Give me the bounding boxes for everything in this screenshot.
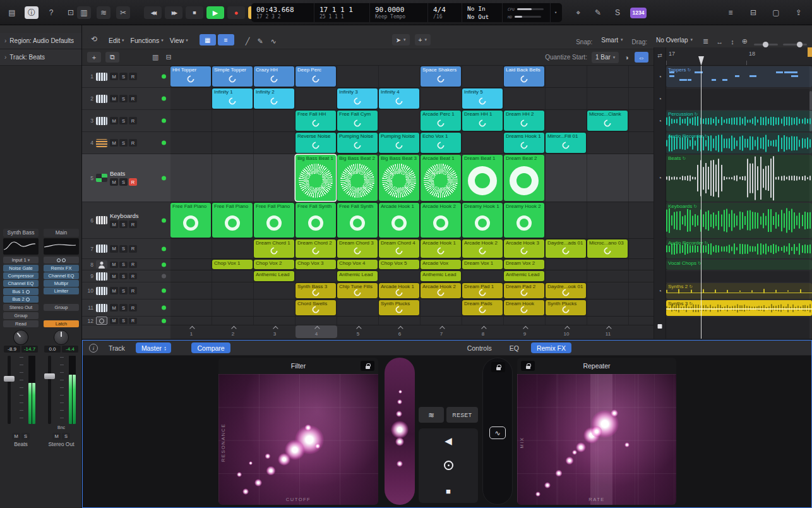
lcd-display[interactable]: 00:43.668 17 2 3 2 17 1 1 1 25 1 1 1 90.… xyxy=(251,3,562,22)
share-icon[interactable]: ⇪ xyxy=(792,6,806,19)
loop-cell[interactable]: Dream Chord 4 xyxy=(379,239,419,258)
grid-stop-button[interactable] xyxy=(658,324,662,329)
mixer-icon[interactable]: ▥ xyxy=(77,6,91,19)
cell-clock-icon[interactable]: ◔ xyxy=(658,95,662,102)
record-button[interactable]: ● xyxy=(227,6,245,19)
arrange-region-audio-recorder[interactable]: Audio Recorder↻ xyxy=(666,133,812,154)
solo-button[interactable]: S xyxy=(119,304,128,311)
plugin-slot[interactable]: Channel EQ xyxy=(3,280,39,287)
rows-view-icon[interactable]: ≡ xyxy=(218,34,234,45)
arrange-ruler[interactable]: 1718 xyxy=(666,47,812,66)
count-badge[interactable]: 1234 xyxy=(630,8,647,18)
snap-menu[interactable]: Smart▾ xyxy=(597,34,626,45)
loop-cell[interactable]: HH Topper xyxy=(170,66,211,87)
loop-cell[interactable]: Arcade Hook 3 xyxy=(504,239,544,258)
tuner-icon[interactable]: ⌖ xyxy=(571,6,585,19)
record-enable-button[interactable]: R xyxy=(129,245,137,253)
send-knob[interactable] xyxy=(26,298,30,301)
loop-cell[interactable]: Dream Pads xyxy=(462,300,503,315)
record-enable-button[interactable]: R xyxy=(129,304,137,311)
arrange-region-audio-recorder[interactable]: Audio Recorder↻ xyxy=(666,239,812,258)
solo-button[interactable]: S xyxy=(119,245,128,253)
menu-functions[interactable]: Functions▾ xyxy=(128,35,166,45)
playhead-handle[interactable] xyxy=(698,56,704,66)
eq-thumbnail[interactable] xyxy=(44,238,79,255)
io-slot[interactable] xyxy=(44,257,79,263)
loop-cell[interactable]: Free Fall Piano xyxy=(170,203,211,238)
track-header-4[interactable]: 4MSR xyxy=(82,132,170,154)
smart-controls-icon[interactable]: ≋ xyxy=(97,6,110,19)
loop-cell[interactable]: Dream Beat 1 xyxy=(462,155,503,201)
loop-cell[interactable]: Free Fall Piano xyxy=(254,203,294,238)
loop-cell[interactable]: Anthemic Lead xyxy=(421,271,461,281)
loop-cell[interactable]: Chop Vox 2 xyxy=(254,260,294,269)
strip-mute-button[interactable]: M xyxy=(52,433,61,440)
loop-cell[interactable]: Free Fall Synth xyxy=(337,203,378,238)
loop-cell[interactable]: Crazy HH xyxy=(254,66,294,87)
record-enable-button[interactable]: R xyxy=(129,178,137,186)
record-enable-button[interactable]: R xyxy=(129,95,137,102)
cell-clock-icon[interactable]: ◔ xyxy=(658,287,662,294)
track-header-3[interactable]: 3MSR xyxy=(82,110,170,132)
arrange-region-percussion[interactable]: Percussion↻ xyxy=(666,111,812,131)
scene-trigger-7[interactable]: 7 xyxy=(421,325,462,338)
editors-icon[interactable]: ✂ xyxy=(116,6,130,19)
loop-cell[interactable]: Pumping Noise xyxy=(379,133,419,153)
solo-button[interactable]: S xyxy=(119,287,128,294)
duplicate-track-button[interactable]: ⧉ xyxy=(105,52,119,63)
notes-icon[interactable]: ▢ xyxy=(769,6,783,19)
loop-cell[interactable]: Dreams Hook 1 xyxy=(504,133,544,153)
plugin-slot[interactable]: Remix FX xyxy=(44,265,79,272)
track-header-12[interactable]: 12MSR xyxy=(82,317,170,325)
plugin-slot[interactable]: Limiter xyxy=(44,287,79,294)
filter-pad-surface[interactable]: RESONANCE CUTOFF xyxy=(218,374,378,505)
pan-knob[interactable] xyxy=(54,330,69,345)
quick-help-icon[interactable]: ? xyxy=(44,6,58,19)
arrange-region-vocal-chops[interactable]: Vocal Chops↻ xyxy=(666,260,812,270)
loop-cell[interactable]: Infinity 4 xyxy=(379,88,419,109)
history-icon[interactable]: ⟲ xyxy=(87,33,101,45)
mute-button[interactable]: M xyxy=(110,178,118,186)
loop-cell[interactable]: Chop Vox 1 xyxy=(212,260,253,269)
loop-cell[interactable]: Dream Hook xyxy=(504,300,544,315)
add-track-button[interactable]: + xyxy=(87,52,101,63)
solo-button[interactable]: S xyxy=(119,262,128,268)
loop-cell[interactable]: Arcade Hook 2 xyxy=(462,239,503,258)
loop-cell[interactable]: Arcade Beat 1 xyxy=(421,155,461,201)
playhead[interactable] xyxy=(701,66,702,339)
play-button[interactable]: ▶ xyxy=(206,6,224,19)
record-enable-button[interactable]: R xyxy=(129,73,137,80)
loop-cell[interactable]: Arcade Hook 1 xyxy=(379,283,419,298)
plugin-slot[interactable]: Compressor xyxy=(3,272,39,279)
arrange-region-keyboards[interactable]: Keyboards↻ xyxy=(666,203,812,238)
zoom-v-icon[interactable]: ↕ xyxy=(729,38,736,45)
mute-button[interactable]: M xyxy=(110,287,118,294)
gater-settings-icon[interactable]: ≋ xyxy=(419,407,444,423)
loop-cell[interactable]: Anthemic Lead xyxy=(337,271,378,281)
record-enable-button[interactable]: R xyxy=(129,287,137,294)
fader-handle[interactable] xyxy=(44,373,55,379)
loop-cell[interactable]: Big Bass Beat 3 xyxy=(379,155,419,201)
eq-thumbnail[interactable] xyxy=(3,238,39,255)
loop-cell[interactable]: Dream Pad 2 xyxy=(504,283,544,298)
loop-cell[interactable]: Arcade Vox xyxy=(421,260,461,269)
loop-cell[interactable]: Infinity 5 xyxy=(462,88,503,109)
loop-cell[interactable]: Dreamy Hook 1 xyxy=(462,203,503,238)
tape-stop-button[interactable]: ■ xyxy=(419,487,478,496)
loop-cell[interactable]: Laid Back Bells xyxy=(504,66,544,87)
tab-controls[interactable]: Controls xyxy=(462,342,498,353)
master-scope-button[interactable]: Master▴▾ xyxy=(136,342,172,353)
tab-eq[interactable]: EQ xyxy=(504,342,525,353)
output-slot[interactable]: Group xyxy=(44,304,79,311)
loop-cell[interactable]: Anthemic Lead xyxy=(504,271,544,281)
scene-trigger-9[interactable]: 9 xyxy=(504,325,546,338)
mute-button[interactable]: M xyxy=(110,262,118,268)
lock-icon[interactable] xyxy=(491,362,505,372)
track-header-8[interactable]: 8MSR xyxy=(82,259,170,270)
record-enable-button[interactable]: R xyxy=(129,318,137,324)
scene-trigger-2[interactable]: 2 xyxy=(212,325,254,338)
loop-cell[interactable]: Anthemic Lead xyxy=(254,271,294,281)
group-slot[interactable] xyxy=(44,312,79,319)
record-enable-button[interactable]: R xyxy=(129,273,137,279)
expand-cells-button[interactable]: ⇔ xyxy=(635,52,648,63)
